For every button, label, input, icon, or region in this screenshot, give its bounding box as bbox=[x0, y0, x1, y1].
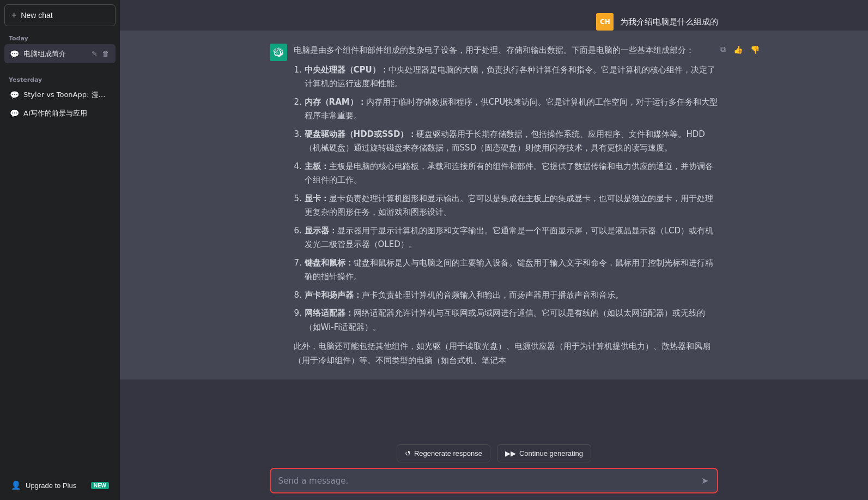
today-label: Today bbox=[4, 31, 116, 44]
assistant-intro: 电脑是由多个组件和部件组成的复杂电子设备，用于处理、存储和输出数据。下面是电脑的… bbox=[294, 44, 719, 58]
list-item: 声卡和扬声器：声卡负责处理计算机的音频输入和输出，而扬声器用于播放声音和音乐。 bbox=[305, 288, 719, 303]
assistant-avatar bbox=[270, 44, 287, 61]
upgrade-label: Upgrade to Plus bbox=[26, 481, 76, 490]
chat-label-2: Styler vs ToonApp: 漫画脸优... bbox=[23, 90, 110, 100]
sidebar-bottom: 👤 Upgrade to Plus NEW bbox=[4, 475, 116, 496]
continue-icon: ▶▶ bbox=[505, 449, 516, 457]
continue-label: Continue generating bbox=[519, 449, 583, 457]
list-item: 网络适配器：网络适配器允许计算机与互联网或局域网进行通信。它可以是有线的（如以太… bbox=[305, 306, 719, 334]
user-bubble: CH 为我介绍电脑是什么组成的 bbox=[596, 13, 718, 31]
user-message-text: 为我介绍电脑是什么组成的 bbox=[620, 13, 718, 28]
regenerate-icon: ↺ bbox=[405, 449, 411, 457]
list-item: 主板：主板是电脑的核心电路板，承载和连接所有的组件和部件。它提供了数据传输和电力… bbox=[305, 160, 719, 188]
sidebar-item-chat-1[interactable]: 💬 电脑组成简介 ✎ 🗑 bbox=[4, 44, 116, 63]
yesterday-label: Yesterday bbox=[4, 72, 116, 86]
copy-button[interactable]: ⧉ bbox=[718, 44, 728, 55]
user-message-row: CH 为我介绍电脑是什么组成的 bbox=[120, 0, 868, 31]
user-icon: 👤 bbox=[11, 480, 21, 490]
assistant-response-text: 电脑是由多个组件和部件组成的复杂电子设备，用于处理、存储和输出数据。下面是电脑的… bbox=[294, 44, 719, 373]
action-buttons: ↺ Regenerate response ▶▶ Continue genera… bbox=[270, 444, 719, 462]
yesterday-section: Yesterday 💬 Styler vs ToonApp: 漫画脸优... 💬… bbox=[4, 72, 116, 123]
regenerate-label: Regenerate response bbox=[414, 449, 482, 457]
chat-icon-3: 💬 bbox=[10, 109, 19, 118]
edit-chat-button[interactable]: ✎ bbox=[90, 49, 99, 59]
list-item: 键盘和鼠标：键盘和鼠标是人与电脑之间的主要输入设备。键盘用于输入文字和命令，鼠标… bbox=[305, 256, 719, 284]
chat-area: CH 为我介绍电脑是什么组成的 电脑是由多个组件和部件组成的复杂电子设备，用于处… bbox=[120, 0, 868, 438]
thumbdown-button[interactable]: 👎 bbox=[748, 44, 762, 55]
chat-item-actions: ✎ 🗑 bbox=[90, 49, 110, 59]
list-item: 显卡：显卡负责处理计算机图形和显示输出。它可以是集成在主板上的集成显卡，也可以是… bbox=[305, 192, 719, 220]
assistant-footer: 此外，电脑还可能包括其他组件，如光驱（用于读取光盘）、电源供应器（用于为计算机提… bbox=[294, 340, 719, 368]
chat-icon: 💬 bbox=[10, 50, 19, 58]
main-content: CH 为我介绍电脑是什么组成的 电脑是由多个组件和部件组成的复杂电子设备，用于处… bbox=[120, 0, 868, 500]
list-item: 硬盘驱动器（HDD或SSD）：硬盘驱动器用于长期存储数据，包括操作系统、应用程序… bbox=[305, 128, 719, 155]
message-actions: ⧉ 👍 👎 bbox=[718, 44, 762, 55]
upgrade-to-plus-button[interactable]: 👤 Upgrade to Plus NEW bbox=[4, 475, 116, 496]
today-section: Today 💬 电脑组成简介 ✎ 🗑 bbox=[4, 31, 116, 63]
regenerate-button[interactable]: ↺ Regenerate response bbox=[397, 444, 490, 462]
user-avatar: CH bbox=[596, 13, 614, 31]
thumbup-button[interactable]: 👍 bbox=[731, 44, 745, 55]
assistant-message-row: 电脑是由多个组件和部件组成的复杂电子设备，用于处理、存储和输出数据。下面是电脑的… bbox=[120, 31, 868, 379]
new-chat-button[interactable]: + New chat bbox=[4, 4, 116, 26]
message-input[interactable] bbox=[278, 476, 701, 486]
bottom-bar: ↺ Regenerate response ▶▶ Continue genera… bbox=[120, 438, 868, 500]
new-chat-label: New chat bbox=[21, 11, 52, 20]
assistant-list: 中央处理器（CPU）：中央处理器是电脑的大脑，负责执行各种计算任务和指令。它是计… bbox=[305, 63, 719, 335]
list-item: 中央处理器（CPU）：中央处理器是电脑的大脑，负责执行各种计算任务和指令。它是计… bbox=[305, 63, 719, 91]
list-item: 内存（RAM）：内存用于临时存储数据和程序，供CPU快速访问。它是计算机的工作空… bbox=[305, 95, 719, 123]
chat-icon-2: 💬 bbox=[10, 91, 19, 99]
new-badge: NEW bbox=[91, 482, 109, 489]
send-button[interactable]: ➤ bbox=[700, 474, 709, 487]
continue-button[interactable]: ▶▶ Continue generating bbox=[497, 444, 591, 462]
delete-chat-button[interactable]: 🗑 bbox=[101, 49, 110, 59]
sidebar-item-chat-2[interactable]: 💬 Styler vs ToonApp: 漫画脸优... bbox=[4, 86, 116, 104]
list-item: 显示器：显示器用于显示计算机的图形和文字输出。它通常是一个平面显示屏，可以是液晶… bbox=[305, 224, 719, 252]
chat-label: 电脑组成简介 bbox=[23, 49, 90, 59]
send-icon: ➤ bbox=[701, 475, 708, 486]
assistant-bubble: 电脑是由多个组件和部件组成的复杂电子设备，用于处理、存储和输出数据。下面是电脑的… bbox=[270, 44, 719, 373]
chat-label-3: AI写作的前景与应用 bbox=[23, 109, 110, 118]
message-input-row: ➤ bbox=[270, 468, 719, 493]
sidebar-item-chat-3[interactable]: 💬 AI写作的前景与应用 bbox=[4, 104, 116, 123]
plus-icon: + bbox=[11, 10, 16, 20]
sidebar: + New chat Today 💬 电脑组成简介 ✎ 🗑 Yesterday … bbox=[0, 0, 120, 500]
